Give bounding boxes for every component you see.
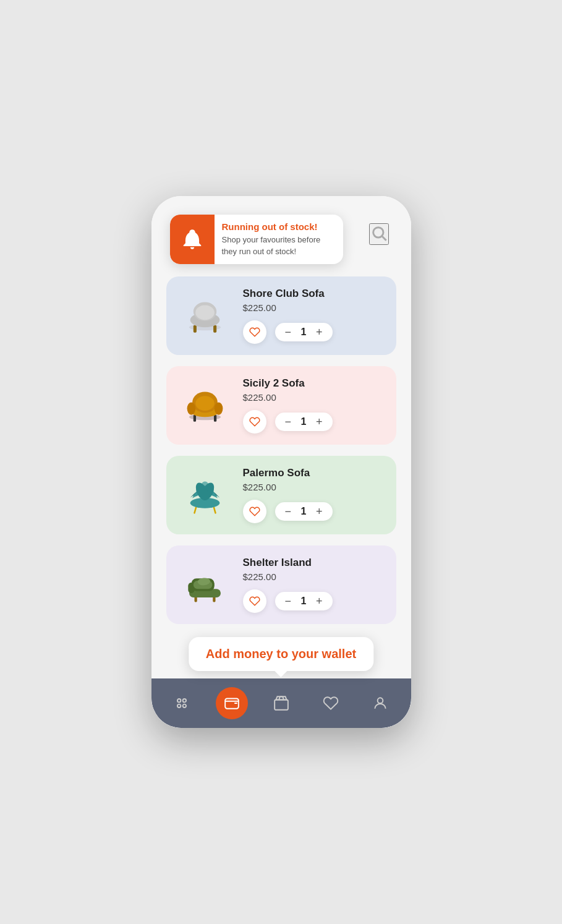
product-price-3: $225.00	[243, 482, 385, 492]
svg-point-7	[195, 306, 215, 320]
product-image-3	[177, 468, 233, 523]
favorite-btn-1[interactable]	[243, 320, 266, 344]
sofa-img-3	[179, 469, 231, 521]
product-actions-2: − 1 +	[243, 410, 385, 434]
favorite-btn-4[interactable]	[243, 589, 266, 613]
svg-point-30	[177, 699, 181, 702]
product-list: Shore Club Sofa $225.00 − 1 +	[151, 270, 411, 678]
svg-point-16	[215, 402, 223, 414]
sofa-img-4	[179, 558, 231, 611]
product-card-2: Sicily 2 Sofa $225.00 − 1 +	[166, 366, 396, 445]
qty-value-3: 1	[299, 506, 309, 517]
svg-rect-4	[213, 325, 216, 333]
qty-decrease-4[interactable]: −	[284, 596, 293, 607]
notification-title: Running out of stock!	[222, 221, 334, 232]
phone-frame: Running out of stock! Shop your favourit…	[151, 196, 411, 728]
notification-icon-box	[170, 215, 215, 264]
qty-control-4: − 1 +	[275, 592, 333, 610]
phone-screen: Running out of stock! Shop your favourit…	[151, 196, 411, 728]
product-price-1: $225.00	[243, 302, 385, 313]
qty-increase-1[interactable]: +	[315, 327, 324, 338]
notification-popup[interactable]: Running out of stock! Shop your favourit…	[170, 215, 343, 264]
heart-icon-2	[249, 416, 260, 427]
qty-control-3: − 1 +	[275, 502, 333, 521]
svg-point-35	[234, 703, 236, 704]
wallet-icon	[224, 695, 240, 711]
nav-favorites[interactable]	[315, 688, 346, 719]
product-info-3: Palermo Sofa $225.00 − 1 +	[243, 467, 385, 523]
profile-icon	[372, 695, 388, 711]
svg-rect-9	[194, 415, 196, 422]
qty-increase-4[interactable]: +	[315, 596, 324, 607]
qty-control-2: − 1 +	[275, 413, 333, 431]
wallet-tooltip-text: Add money to your wallet	[206, 647, 356, 661]
svg-point-15	[187, 402, 196, 414]
svg-point-0	[373, 228, 383, 237]
svg-point-14	[195, 396, 215, 411]
product-name-1: Shore Club Sofa	[243, 288, 385, 300]
product-price-4: $225.00	[243, 571, 385, 582]
svg-point-32	[177, 704, 181, 708]
product-name-2: Sicily 2 Sofa	[243, 377, 385, 390]
product-image-1	[177, 288, 233, 344]
svg-point-37	[377, 698, 383, 703]
qty-decrease-1[interactable]: −	[284, 327, 293, 338]
wallet-tooltip[interactable]: Add money to your wallet	[189, 637, 373, 671]
home-icon	[174, 695, 190, 711]
qty-increase-2[interactable]: +	[315, 416, 324, 427]
heart-icon-4	[249, 596, 260, 607]
product-card-4: Shelter Island $225.00 − 1 +	[166, 545, 396, 624]
sofa-img-2	[179, 379, 231, 432]
nav-home[interactable]	[166, 688, 197, 719]
qty-value-1: 1	[299, 327, 309, 338]
product-actions-1: − 1 +	[243, 320, 385, 344]
nav-profile[interactable]	[365, 688, 396, 719]
product-card-1: Shore Club Sofa $225.00 − 1 +	[166, 276, 396, 355]
product-actions-3: − 1 +	[243, 500, 385, 523]
favorite-btn-3[interactable]	[243, 500, 266, 523]
svg-line-1	[382, 236, 386, 240]
product-name-3: Palermo Sofa	[243, 467, 385, 479]
bottom-nav	[151, 678, 411, 728]
qty-control-1: − 1 +	[275, 323, 333, 341]
favorite-btn-2[interactable]	[243, 410, 266, 434]
qty-increase-3[interactable]: +	[315, 506, 324, 517]
product-image-2	[177, 378, 233, 434]
product-actions-4: − 1 +	[243, 589, 385, 613]
heart-icon-3	[249, 506, 260, 517]
product-info-2: Sicily 2 Sofa $225.00 − 1 +	[243, 377, 385, 434]
notification-text: Running out of stock! Shop your favourit…	[222, 215, 343, 263]
sofa-img-1	[179, 289, 231, 342]
search-button[interactable]	[369, 223, 389, 245]
favorites-icon	[323, 695, 339, 711]
qty-decrease-2[interactable]: −	[284, 416, 293, 427]
search-icon	[370, 225, 388, 242]
product-card-3: Palermo Sofa $225.00 − 1 +	[166, 456, 396, 534]
product-info-1: Shore Club Sofa $225.00 − 1 +	[243, 288, 385, 344]
svg-point-31	[183, 699, 186, 702]
bag-icon	[273, 695, 289, 711]
notification-body: Shop your favourites before they run out…	[222, 234, 334, 257]
product-image-4	[177, 557, 233, 613]
heart-icon-1	[249, 327, 260, 338]
bell-icon	[181, 228, 204, 251]
product-name-4: Shelter Island	[243, 557, 385, 569]
svg-rect-36	[275, 700, 289, 710]
qty-value-2: 1	[299, 416, 309, 427]
svg-rect-10	[214, 415, 216, 422]
svg-point-33	[183, 704, 186, 708]
qty-value-4: 1	[299, 596, 309, 607]
product-info-4: Shelter Island $225.00 − 1 +	[243, 557, 385, 613]
nav-bag[interactable]	[266, 688, 297, 719]
nav-wallet[interactable]	[216, 687, 248, 719]
qty-decrease-3[interactable]: −	[284, 506, 293, 517]
svg-rect-3	[194, 325, 197, 333]
product-price-2: $225.00	[243, 392, 385, 403]
